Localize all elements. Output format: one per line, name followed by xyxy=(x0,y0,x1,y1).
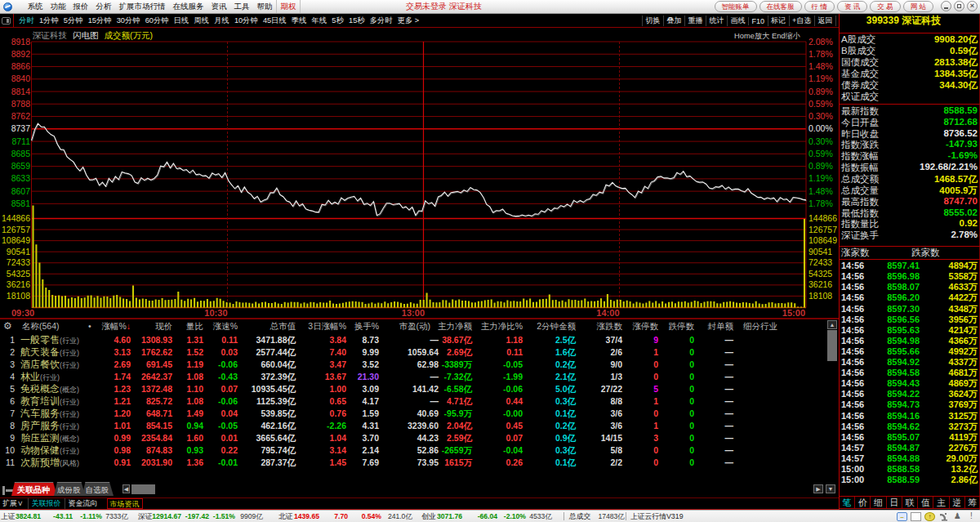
scroll-down-button[interactable]: ▼ xyxy=(826,484,835,493)
table-vertical-scrollbar[interactable]: ▲ xyxy=(827,320,837,481)
tool-button[interactable]: 叠加 xyxy=(663,16,684,26)
table-row[interactable]: 10动物保健(行业)0.98874.830.930.22795.74亿3.142… xyxy=(0,444,839,457)
period-tab[interactable]: 30分钟 xyxy=(114,16,142,26)
table-row[interactable]: 2航天装备(行业)3.131762.621.520.032577.44亿7.40… xyxy=(0,346,839,359)
minimize-bar-icon[interactable]: – xyxy=(897,512,907,521)
tick-row[interactable]: 14:568596.204422万 xyxy=(840,292,980,303)
table-row[interactable]: 6教育培训(行业)1.21825.721.08-0.061125.39亿0.65… xyxy=(0,395,839,408)
titlebar-button-4[interactable]: 资 讯 xyxy=(837,1,867,12)
titlebar-button-5[interactable]: 交 易 xyxy=(870,1,900,12)
linkage-tab[interactable]: 关联品种 xyxy=(11,482,57,496)
app-logo-icon[interactable] xyxy=(3,2,12,11)
period-tab[interactable]: 多分时 xyxy=(368,16,395,26)
subbar-item[interactable]: 关联报价 xyxy=(28,498,65,509)
tool-button[interactable]: +自选 xyxy=(789,16,814,26)
tool-button[interactable]: 统计 xyxy=(706,16,727,26)
tick-row[interactable]: 14:568594.223624万 xyxy=(840,389,980,399)
menu-item-8[interactable]: 工具 xyxy=(230,0,253,13)
menu-item-2[interactable]: 功能 xyxy=(47,0,69,13)
chess-icon[interactable]: ♟ xyxy=(952,512,963,521)
panel-layout-icon[interactable] xyxy=(911,512,921,521)
tick-row[interactable]: 15:008588.592.86亿 xyxy=(840,475,980,485)
subbar-item[interactable]: 资金流向 xyxy=(65,498,101,509)
table-row[interactable]: 8房产服务(行业)1.01854.150.94-0.05462.16亿-2.26… xyxy=(0,420,839,432)
table-row[interactable]: 11次新预增(风格)0.912031.901.36-0.01287.37亿1.4… xyxy=(0,457,839,469)
titlebar-button-3[interactable]: 行 情 xyxy=(804,1,835,12)
panel-tab-日[interactable]: 日 xyxy=(887,497,902,508)
panel-tab-价[interactable]: 价 xyxy=(855,497,871,508)
tab-scroll-left-button[interactable]: ◀ xyxy=(122,484,130,493)
tick-row[interactable]: 14:568595.664992万 xyxy=(840,346,980,357)
table-row[interactable]: 4林业(行业)1.742642.371.08-0.43372.39亿13.672… xyxy=(0,371,839,383)
tick-row[interactable]: 15:008588.5813.2亿 xyxy=(840,464,980,475)
close-button[interactable]: × xyxy=(967,1,978,11)
period-tab[interactable]: 1分钟 xyxy=(37,16,61,26)
tick-row[interactable]: 14:568595.074119万 xyxy=(840,432,980,443)
tick-row[interactable]: 14:578594.872276万 xyxy=(840,443,980,453)
panel-tab-逆[interactable]: 逆 xyxy=(950,497,965,508)
period-tab[interactable]: 季线 xyxy=(289,16,310,26)
intraday-chart[interactable]: 深证科技闪电图成交额(万元) Home放大 End缩小 891888928866… xyxy=(0,28,839,319)
tick-row[interactable]: 14:568594.163125万 xyxy=(840,411,980,422)
panel-tab-值[interactable]: 值 xyxy=(918,497,933,508)
titlebar-button-6[interactable]: 网 站 xyxy=(903,1,933,12)
column-header[interactable]: 封单额 xyxy=(660,320,733,332)
minimize-button[interactable] xyxy=(941,1,951,11)
menu-item-7[interactable]: 资讯 xyxy=(207,0,230,13)
panel-tab-细[interactable]: 细 xyxy=(871,497,886,508)
period-tab[interactable]: 月线 xyxy=(212,16,232,26)
table-row[interactable]: 9胎压监测(概念)0.992354.841.600.013665.64亿1.04… xyxy=(0,432,839,444)
period-tab[interactable]: 5秒 xyxy=(329,16,346,26)
period-tab[interactable]: 日线 xyxy=(171,16,191,26)
period-tab[interactable]: 更多 > xyxy=(395,16,422,26)
scroll-up-button[interactable]: ▲ xyxy=(827,320,837,329)
linkage-tab[interactable]: 成份股 xyxy=(54,482,86,496)
menu-item-4[interactable]: 分析 xyxy=(92,0,115,13)
upload-icon[interactable]: ↑ xyxy=(924,512,935,521)
tool-button[interactable]: 返回 xyxy=(814,16,836,26)
tick-row[interactable]: 14:578594.8829.00万 xyxy=(840,453,980,464)
tick-row[interactable]: 14:568596.563956万 xyxy=(840,315,980,325)
tool-button[interactable]: 切换 xyxy=(642,16,663,26)
subbar-item[interactable]: 市场资讯 xyxy=(107,498,143,509)
panel-tab-联[interactable]: 联 xyxy=(902,497,918,508)
menu-item-9[interactable]: 帮助 xyxy=(253,0,276,13)
tick-row[interactable]: 14:568597.414894万 xyxy=(840,261,980,271)
tool-button[interactable]: 重播 xyxy=(684,16,706,26)
tool-button[interactable]: 标记 xyxy=(768,16,789,26)
table-row[interactable]: 5免税概念(概念)1.231372.481.100.0710935.45亿1.0… xyxy=(0,383,839,395)
panel-tab-主[interactable]: 主 xyxy=(933,497,949,508)
tick-row[interactable]: 14:568598.074633万 xyxy=(840,282,980,292)
period-tab[interactable]: 年线 xyxy=(309,16,329,26)
table-row[interactable]: 1一般零售(行业)4.601308.931.310.113471.88亿3.84… xyxy=(0,334,839,346)
alert-icon[interactable]: ! xyxy=(966,512,977,521)
tick-row[interactable]: 14:568596.985358万 xyxy=(840,271,980,282)
menu-item-option[interactable]: 期权 xyxy=(276,0,301,13)
period-tab[interactable]: 15秒 xyxy=(346,16,368,26)
satellite-icon[interactable] xyxy=(938,512,949,521)
period-tab[interactable]: 15分钟 xyxy=(86,16,114,26)
column-header[interactable]: 细分行业 xyxy=(743,320,777,332)
tick-row[interactable]: 14:568594.623273万 xyxy=(840,422,980,432)
layout-icon[interactable] xyxy=(2,17,11,25)
titlebar-button-2[interactable]: 在线客服 xyxy=(760,1,802,12)
period-tab[interactable]: 60分钟 xyxy=(142,16,171,26)
scroll-right-button[interactable]: ▶ xyxy=(813,484,823,493)
linkage-tab[interactable]: 自选股 xyxy=(82,482,114,496)
tick-row[interactable]: 14:568594.733769万 xyxy=(840,399,980,410)
tick-row[interactable]: 14:568594.924337万 xyxy=(840,357,980,368)
panel-tab-筹[interactable]: 筹 xyxy=(965,497,980,508)
menu-item-5[interactable]: 扩展市场行情 xyxy=(115,0,169,13)
tick-row[interactable]: 14:568597.304348万 xyxy=(840,304,980,315)
titlebar-button-1[interactable]: 智能账单 xyxy=(715,1,757,12)
expand-control[interactable]: 扩展∨ xyxy=(0,498,28,509)
column-header-name[interactable]: 名称(564) xyxy=(22,320,60,332)
menu-item-3[interactable]: 报价 xyxy=(69,0,92,13)
period-tab[interactable]: 10分钟 xyxy=(232,16,261,26)
table-row[interactable]: 3酒店餐饮(行业)2.69691.451.19-0.06660.04亿3.473… xyxy=(0,359,839,371)
tick-row[interactable]: 14:568594.434869万 xyxy=(840,378,980,389)
table-row[interactable]: 7汽车服务(行业)1.20648.711.490.04539.85亿0.761.… xyxy=(0,408,839,420)
menu-item-1[interactable]: 系统 xyxy=(24,0,47,13)
tool-button[interactable]: F10 xyxy=(748,17,768,25)
tick-row[interactable]: 14:568594.584681万 xyxy=(840,368,980,378)
